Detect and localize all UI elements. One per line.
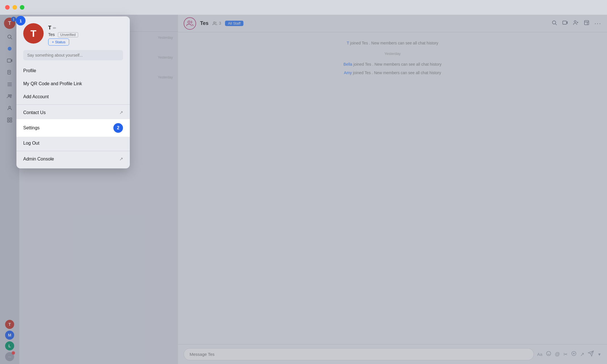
edit-username-icon[interactable]: ✏ <box>53 26 56 30</box>
menu-divider <box>16 104 130 105</box>
maximize-button[interactable] <box>20 5 24 10</box>
dropdown-menu: T T ✏ Tes Unverified + Status Profile My… <box>16 16 130 168</box>
external-link-icon-2: ↗ <box>119 156 123 162</box>
dropdown-user-avatar: T <box>23 23 44 44</box>
menu-item-add-account[interactable]: Add Account <box>16 90 130 103</box>
dropdown-header: T T ✏ Tes Unverified + Status <box>16 16 130 50</box>
dropdown-user-info: T ✏ Tes Unverified + Status <box>48 23 123 46</box>
display-name-row: Tes Unverified <box>48 32 123 37</box>
step1-badge: 1 <box>16 16 26 25</box>
menu-item-logout[interactable]: Log Out <box>16 137 130 150</box>
minimize-button[interactable] <box>12 5 17 10</box>
close-button[interactable] <box>5 5 10 10</box>
menu-item-settings[interactable]: Settings 2 <box>16 119 130 137</box>
step2-badge: 2 <box>113 123 123 133</box>
menu-item-profile[interactable]: Profile <box>16 64 130 77</box>
bio-input[interactable] <box>23 50 123 60</box>
titlebar <box>0 0 607 15</box>
dropdown-username: T <box>48 25 51 31</box>
menu-item-contact-us[interactable]: Contact Us ↗ <box>16 106 130 119</box>
unverified-badge: Unverified <box>58 32 78 37</box>
external-link-icon: ↗ <box>119 110 123 115</box>
dropdown-display-name: Tes <box>48 32 55 37</box>
menu-item-admin-console[interactable]: Admin Console ↗ <box>16 152 130 166</box>
username-row: T ✏ <box>48 25 123 31</box>
menu-divider-2 <box>16 151 130 151</box>
status-button[interactable]: + Status <box>48 38 69 46</box>
menu-item-qr-code[interactable]: My QR Code and Profile Link <box>16 77 130 90</box>
